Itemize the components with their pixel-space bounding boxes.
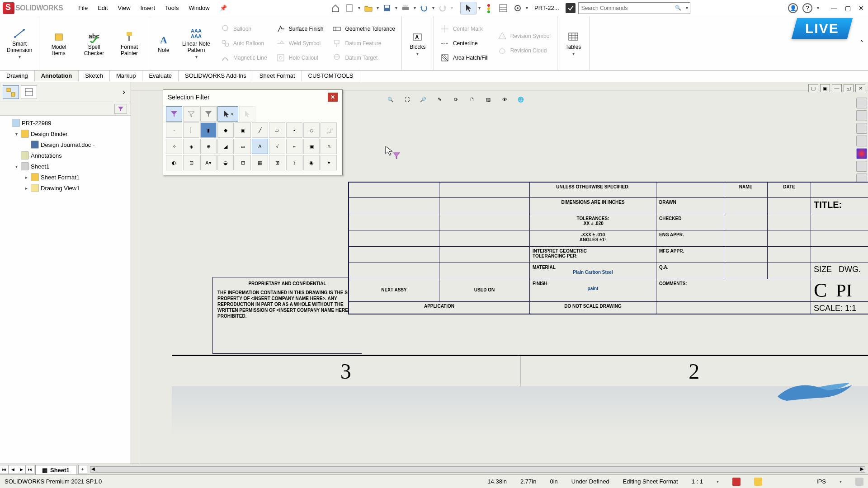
surface-finish-button[interactable]: Surface Finish (274, 22, 326, 36)
search-commands[interactable]: 🔍 ▾ (578, 2, 690, 14)
filter-centermark-icon[interactable]: ⊕ (200, 139, 217, 154)
print-icon[interactable] (399, 2, 412, 14)
tab-sheet-format[interactable]: Sheet Format (253, 70, 302, 82)
tree-root[interactable]: PRT-22989 (4, 117, 130, 128)
taskpane-lib-icon[interactable] (856, 110, 867, 121)
help-icon[interactable]: ? (802, 3, 812, 13)
appearance-icon[interactable]: 🌐 (514, 93, 527, 106)
tree-annotations[interactable]: Annotations (4, 150, 130, 161)
doc-restore-icon[interactable]: ◱ (844, 84, 854, 92)
save-icon[interactable] (381, 2, 393, 14)
filter-vertices-icon[interactable]: · (166, 122, 182, 138)
datum-target-button[interactable]: Datum Target (330, 51, 398, 65)
search-input[interactable] (579, 5, 672, 11)
select-all-icon[interactable] (239, 106, 255, 122)
filter-axes-icon[interactable]: ╱ (252, 122, 268, 138)
selection-filter-close-icon[interactable]: ✕ (328, 93, 338, 102)
tree-design-journal[interactable]: Design Journal.doc - (4, 139, 130, 150)
doc-min-icon[interactable]: — (832, 84, 842, 92)
filter-refgeo-icon[interactable]: ⬚ (321, 122, 337, 138)
filter-edges-icon[interactable]: │ (183, 122, 199, 138)
sheet-nav-last-icon[interactable]: ⏭ (25, 465, 34, 474)
filter-solids-icon[interactable]: ▣ (235, 122, 251, 138)
undo-icon[interactable] (418, 2, 430, 14)
select-cursor-icon[interactable]: ▾ (217, 106, 238, 122)
tab-markup[interactable]: Markup (110, 70, 142, 82)
filter-sketchpt-icon[interactable]: ✧ (166, 139, 182, 154)
menu-pin-icon[interactable]: 📌 (215, 3, 231, 13)
doc-win-2-icon[interactable]: ▣ (820, 84, 830, 92)
filter-row4-3-icon[interactable]: A▾ (200, 155, 217, 170)
filter-row4-4-icon[interactable]: ◒ (217, 155, 234, 170)
user-icon[interactable]: 👤 (788, 3, 798, 13)
sheet-nav-prev-icon[interactable]: ◀ (8, 465, 17, 474)
weld-symbol-button[interactable]: Weld Symbol (274, 37, 326, 50)
tab-customtools[interactable]: CUSTOMTOOLS (302, 70, 360, 82)
doc-win-1-icon[interactable]: ▢ (808, 84, 818, 92)
note-button[interactable]: ANote (151, 16, 176, 70)
filter-sfinish-icon[interactable]: √ (269, 139, 285, 154)
search-icon[interactable]: 🔍 (672, 5, 684, 11)
taskpane-props-icon[interactable] (856, 161, 867, 172)
taskpane-view-icon[interactable] (856, 136, 867, 146)
filter-row4-2-icon[interactable]: ⊡ (183, 155, 199, 170)
filter-points-icon[interactable]: • (286, 122, 302, 138)
filter-row4-5-icon[interactable]: ⊟ (235, 155, 251, 170)
command-box-icon[interactable] (566, 3, 576, 13)
menu-tools[interactable]: Tools (160, 3, 183, 13)
smart-dimension-button[interactable]: Smart Dimension▾ (2, 16, 37, 70)
tab-drawing[interactable]: Drawing (0, 70, 35, 82)
zoom-fit-icon[interactable]: 🔍 (384, 93, 397, 106)
menu-file[interactable]: File (74, 3, 92, 13)
status-fullscreen-icon[interactable] (855, 478, 863, 486)
hide-show-icon[interactable]: ▨ (482, 93, 495, 106)
traffic-light-icon[interactable] (482, 2, 495, 14)
tree-sheet1[interactable]: ▾Sheet1 (4, 161, 130, 172)
filter-dims-icon[interactable]: ◢ (217, 139, 234, 154)
tables-button[interactable]: Tables▾ (559, 16, 587, 70)
filter-tree-icon[interactable] (114, 104, 127, 114)
property-manager-tab-icon[interactable] (21, 85, 37, 99)
display-style-icon[interactable]: 🗋 (466, 93, 478, 106)
filter-clear-icon[interactable] (183, 106, 199, 122)
filter-planes-icon[interactable]: ▱ (269, 122, 285, 138)
tree-design-binder[interactable]: ▾Design Binder (4, 128, 130, 139)
filter-toggle-icon[interactable] (166, 106, 182, 122)
balloon-button[interactable]: Balloon (218, 22, 270, 36)
menu-insert[interactable]: Insert (136, 3, 160, 13)
filter-row4-8-icon[interactable]: ⟟ (286, 155, 302, 170)
taskpane-appear-icon[interactable] (856, 148, 867, 159)
window-minimize-icon[interactable]: — (830, 4, 838, 12)
magnetic-line-button[interactable]: Magnetic Line (218, 51, 270, 65)
graphics-area[interactable]: Selection Filter ✕ ▾ · │ ▮ ◆ ▣ ╱ (131, 82, 868, 474)
tab-addins[interactable]: SOLIDWORKS Add-Ins (179, 70, 253, 82)
selection-filter-toolbar[interactable]: Selection Filter ✕ ▾ · │ ▮ ◆ ▣ ╱ (163, 89, 343, 175)
rotate-view-icon[interactable]: ⟳ (449, 93, 462, 106)
zoom-area-icon[interactable]: ⛶ (401, 93, 413, 106)
new-doc-icon[interactable] (344, 2, 356, 14)
filter-weld-icon[interactable]: ⌐ (286, 139, 302, 154)
filter-datum-icon[interactable]: ▣ (303, 139, 320, 154)
area-hatch-button[interactable]: Area Hatch/Fill (438, 51, 491, 65)
linear-note-pattern-button[interactable]: AAAAAALinear Note Pattern▾ (176, 16, 216, 70)
form-icon[interactable] (497, 2, 509, 14)
filter-row4-10-icon[interactable]: ✦ (321, 155, 337, 170)
tab-sketch[interactable]: Sketch (79, 70, 110, 82)
view-orient-icon[interactable]: 👁 (498, 93, 511, 106)
home-icon[interactable] (329, 2, 342, 14)
model-items-button[interactable]: Model Items (41, 16, 76, 70)
zoom-prev-icon[interactable]: 🔎 (417, 93, 429, 106)
revision-cloud-button[interactable]: Revision Cloud (495, 44, 553, 57)
revision-symbol-button[interactable]: Revision Symbol (495, 29, 553, 43)
tree-sheet-format[interactable]: ▸Sheet Format1 (4, 172, 130, 183)
sheet-nav-first-icon[interactable]: ⏮ (0, 465, 9, 474)
filter-faces-icon[interactable]: ▮ (200, 122, 217, 138)
hole-callout-button[interactable]: Hole Callout (274, 51, 326, 65)
tab-evaluate[interactable]: Evaluate (142, 70, 179, 82)
status-units[interactable]: IPS (816, 478, 826, 485)
section-view-icon[interactable]: ✎ (433, 93, 446, 106)
datum-feature-button[interactable]: Datum Feature (330, 37, 398, 50)
sheet-nav-next-icon[interactable]: ▶ (17, 465, 26, 474)
ribbon-collapse-icon[interactable]: ˄ (860, 39, 863, 47)
sheet-tab-sheet1[interactable]: ▦Sheet1 (35, 465, 76, 475)
